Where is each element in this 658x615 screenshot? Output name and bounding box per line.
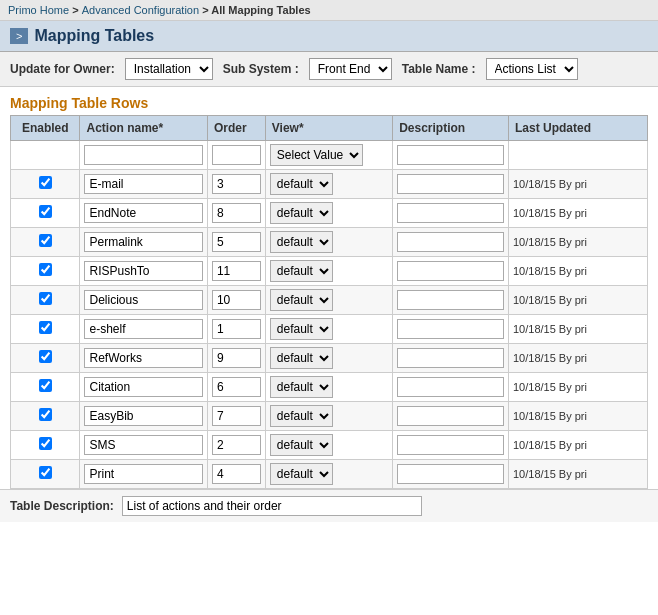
table-row: default10/18/15 By pri [11,228,648,257]
order-input[interactable] [212,348,261,368]
order-input[interactable] [212,290,261,310]
enabled-checkbox[interactable] [39,292,52,305]
col-header-view: View* [265,116,392,141]
view-select[interactable]: default [270,289,333,311]
order-input[interactable] [212,464,261,484]
section-title: Mapping Table Rows [0,87,658,115]
enabled-checkbox[interactable] [39,437,52,450]
tablename-label: Table Name : [402,62,476,76]
view-select[interactable]: default [270,434,333,456]
action-input[interactable] [84,290,202,310]
col-header-desc: Description [393,116,509,141]
action-input[interactable] [84,435,202,455]
view-select[interactable]: default [270,231,333,253]
order-input[interactable] [212,203,261,223]
enabled-checkbox[interactable] [39,321,52,334]
desc-input[interactable] [397,290,504,310]
desc-input[interactable] [397,464,504,484]
order-input[interactable] [212,319,261,339]
action-input[interactable] [84,232,202,252]
enabled-checkbox[interactable] [39,234,52,247]
desc-input[interactable] [397,377,504,397]
subsystem-label: Sub System : [223,62,299,76]
col-header-enabled: Enabled [11,116,80,141]
enabled-checkbox[interactable] [39,205,52,218]
last-updated-cell: 10/18/15 By pri [508,402,647,431]
breadcrumb: Primo Home > Advanced Configuration > Al… [0,0,658,21]
action-input[interactable] [84,174,202,194]
action-input[interactable] [84,203,202,223]
last-updated-cell: 10/18/15 By pri [508,344,647,373]
expand-button[interactable]: > [10,28,28,44]
tablename-select[interactable]: Actions List [486,58,578,80]
view-select[interactable]: default [270,173,333,195]
table-row: default10/18/15 By pri [11,344,648,373]
desc-input[interactable] [397,319,504,339]
col-header-order: Order [207,116,265,141]
view-select[interactable]: default [270,260,333,282]
action-input[interactable] [84,406,202,426]
table-container: Enabled Action name* Order View* Descrip… [0,115,658,489]
view-select[interactable]: default [270,318,333,340]
view-select[interactable]: default [270,347,333,369]
order-input[interactable] [212,406,261,426]
last-updated-cell: 10/18/15 By pri [508,257,647,286]
enabled-checkbox[interactable] [39,379,52,392]
desc-input[interactable] [397,435,504,455]
table-row: default10/18/15 By pri [11,286,648,315]
order-input[interactable] [212,377,261,397]
enabled-checkbox[interactable] [39,408,52,421]
order-input[interactable] [212,435,261,455]
filter-row: Select Value default [11,141,648,170]
table-row: default10/18/15 By pri [11,373,648,402]
footer: Table Description: [0,489,658,522]
col-header-action: Action name* [80,116,207,141]
table-row: default10/18/15 By pri [11,315,648,344]
desc-input[interactable] [397,348,504,368]
enabled-checkbox[interactable] [39,350,52,363]
table-row: default10/18/15 By pri [11,199,648,228]
enabled-checkbox[interactable] [39,176,52,189]
owner-select[interactable]: Installation [125,58,213,80]
desc-input[interactable] [397,406,504,426]
view-select[interactable]: default [270,202,333,224]
desc-input[interactable] [397,203,504,223]
action-input[interactable] [84,464,202,484]
view-select[interactable]: default [270,463,333,485]
table-row: default10/18/15 By pri [11,170,648,199]
col-header-updated: Last Updated [508,116,647,141]
enabled-checkbox[interactable] [39,466,52,479]
breadcrumb-advanced[interactable]: Advanced Configuration [82,4,199,16]
toolbar: Update for Owner: Installation Sub Syste… [0,52,658,87]
filter-view-select[interactable]: Select Value default [270,144,363,166]
order-input[interactable] [212,261,261,281]
order-input[interactable] [212,174,261,194]
subsystem-select[interactable]: Front End [309,58,392,80]
last-updated-cell: 10/18/15 By pri [508,315,647,344]
action-input[interactable] [84,319,202,339]
table-description-input[interactable] [122,496,422,516]
desc-input[interactable] [397,174,504,194]
last-updated-cell: 10/18/15 By pri [508,460,647,489]
enabled-checkbox[interactable] [39,263,52,276]
table-row: default10/18/15 By pri [11,257,648,286]
filter-desc-input[interactable] [397,145,504,165]
order-input[interactable] [212,232,261,252]
breadcrumb-home[interactable]: Primo Home [8,4,69,16]
footer-label: Table Description: [10,499,114,513]
last-updated-cell: 10/18/15 By pri [508,199,647,228]
view-select[interactable]: default [270,405,333,427]
view-select[interactable]: default [270,376,333,398]
table-row: default10/18/15 By pri [11,460,648,489]
page-header: > Mapping Tables [0,21,658,52]
action-input[interactable] [84,348,202,368]
desc-input[interactable] [397,261,504,281]
filter-order-input[interactable] [212,145,261,165]
page-title: Mapping Tables [34,27,154,45]
filter-action-input[interactable] [84,145,202,165]
action-input[interactable] [84,377,202,397]
owner-label: Update for Owner: [10,62,115,76]
action-input[interactable] [84,261,202,281]
table-row: default10/18/15 By pri [11,431,648,460]
desc-input[interactable] [397,232,504,252]
